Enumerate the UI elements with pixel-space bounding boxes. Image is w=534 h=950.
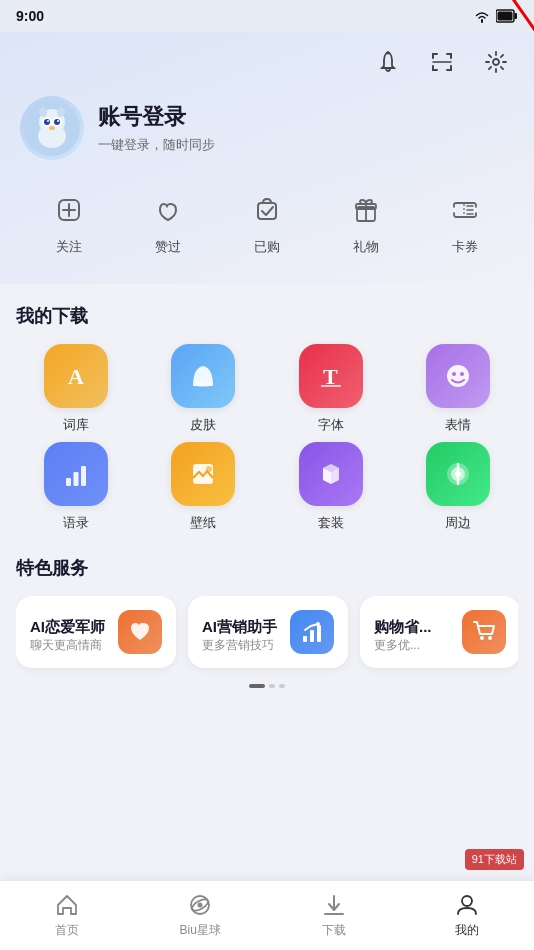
service-card-ai-marketing[interactable]: AI营销助手 更多营销技巧 (188, 596, 348, 668)
nav-biu-label: Biu星球 (180, 922, 221, 939)
ai-marketing-icon (290, 610, 334, 654)
nav-profile-label: 我的 (455, 922, 479, 939)
header-top (20, 44, 514, 80)
coupon-label: 卡券 (452, 238, 478, 256)
status-icons (474, 9, 518, 23)
service-card-shopping[interactable]: 购物省... 更多优... (360, 596, 518, 668)
downloads-title: 我的下载 (16, 304, 518, 328)
bizhi-icon (171, 442, 235, 506)
account-sub: 一键登录，随时同步 (98, 136, 215, 154)
grid-item-ziti[interactable]: T 字体 (271, 344, 391, 434)
svg-point-28 (451, 208, 456, 213)
profile-info: 账号登录 一键登录，随时同步 (98, 102, 215, 154)
header: 账号登录 一键登录，随时同步 关注 赞过 (0, 32, 534, 284)
ai-love-inner: AI恋爱军师 聊天更高情商 (30, 610, 162, 654)
ciku-label: 词库 (63, 416, 89, 434)
svg-point-39 (452, 372, 456, 376)
svg-point-5 (493, 59, 499, 65)
svg-rect-42 (73, 472, 78, 486)
ziti-label: 字体 (318, 416, 344, 434)
grid-item-zhoubian[interactable]: 周边 (399, 442, 519, 532)
avatar[interactable] (20, 96, 84, 160)
dot-3 (279, 684, 285, 688)
grid-item-bizhi[interactable]: 壁纸 (144, 442, 264, 532)
svg-point-19 (49, 126, 55, 130)
scan-button[interactable] (424, 44, 460, 80)
svg-point-38 (447, 365, 469, 387)
shopping-icon (462, 610, 506, 654)
zhoubian-icon (426, 442, 490, 506)
nav-home-label: 首页 (55, 922, 79, 939)
pifu-label: 皮肤 (190, 416, 216, 434)
main-content: 我的下载 A 词库 皮肤 T (0, 284, 534, 728)
svg-point-15 (44, 119, 50, 125)
biaoqing-label: 表情 (445, 416, 471, 434)
svg-rect-43 (81, 466, 86, 486)
status-bar: 9:00 (0, 0, 534, 32)
liked-icon (146, 188, 190, 232)
grid-item-ciku[interactable]: A 词库 (16, 344, 136, 434)
download-icon (321, 892, 347, 918)
service-card-ai-love[interactable]: AI恋爱军师 聊天更高情商 (16, 596, 176, 668)
svg-point-58 (198, 903, 203, 908)
special-services-title: 特色服务 (16, 556, 518, 580)
svg-rect-37 (321, 385, 341, 387)
svg-rect-50 (303, 636, 307, 642)
bell-icon (376, 50, 400, 74)
nav-biu[interactable]: Biu星球 (165, 892, 235, 939)
profile-icon (454, 892, 480, 918)
ai-love-title: AI恋爱军师 (30, 618, 105, 637)
biu-icon (187, 892, 213, 918)
nav-home[interactable]: 首页 (32, 892, 102, 939)
ai-love-sub: 聊天更高情商 (30, 637, 105, 654)
quick-action-gift[interactable]: 礼物 (336, 188, 396, 256)
grid-item-biaoqing[interactable]: 表情 (399, 344, 519, 434)
avatar-image (24, 100, 80, 156)
bell-button[interactable] (370, 44, 406, 80)
watermark: 91下载站 (465, 849, 524, 870)
ai-marketing-inner: AI营销助手 更多营销技巧 (202, 610, 334, 654)
svg-point-53 (316, 622, 320, 626)
quick-action-purchased[interactable]: 已购 (237, 188, 297, 256)
shopping-sub: 更多优... (374, 637, 432, 654)
grid-item-pifu[interactable]: 皮肤 (144, 344, 264, 434)
profile-row: 账号登录 一键登录，随时同步 (20, 96, 514, 160)
follow-label: 关注 (56, 238, 82, 256)
svg-rect-52 (317, 625, 321, 642)
grid-item-taozhuang[interactable]: 套装 (271, 442, 391, 532)
quick-action-follow[interactable]: 关注 (39, 188, 99, 256)
purchased-label: 已购 (254, 238, 280, 256)
shopping-inner: 购物省... 更多优... (374, 610, 506, 654)
taozhuang-label: 套装 (318, 514, 344, 532)
quick-action-liked[interactable]: 赞过 (138, 188, 198, 256)
svg-point-40 (460, 372, 464, 376)
svg-rect-41 (66, 478, 71, 486)
follow-icon (47, 188, 91, 232)
bottom-nav: 首页 Biu星球 下载 我的 (0, 880, 534, 950)
nav-download[interactable]: 下载 (299, 892, 369, 939)
nav-profile[interactable]: 我的 (432, 892, 502, 939)
settings-button[interactable] (478, 44, 514, 80)
special-services: 特色服务 AI恋爱军师 聊天更高情商 (16, 556, 518, 688)
svg-text:A: A (68, 364, 84, 389)
yulu-label: 语录 (63, 514, 89, 532)
svg-rect-1 (515, 13, 518, 19)
biaoqing-icon (426, 344, 490, 408)
svg-rect-51 (310, 630, 314, 642)
ciku-icon: A (44, 344, 108, 408)
shopping-text: 购物省... 更多优... (374, 618, 432, 654)
account-name[interactable]: 账号登录 (98, 102, 215, 132)
svg-rect-2 (498, 12, 513, 21)
download-grid: A 词库 皮肤 T 字体 (16, 344, 518, 532)
dot-1 (249, 684, 265, 688)
grid-item-yulu[interactable]: 语录 (16, 442, 136, 532)
quick-action-coupon[interactable]: 卡券 (435, 188, 495, 256)
home-icon (54, 892, 80, 918)
svg-rect-23 (258, 203, 276, 219)
svg-point-18 (57, 120, 59, 122)
svg-point-54 (480, 636, 484, 640)
scroll-dots (16, 684, 518, 688)
svg-point-45 (206, 466, 212, 472)
service-cards-container: AI恋爱军师 聊天更高情商 AI营销助手 更多营销技巧 (16, 596, 518, 676)
ai-love-icon (118, 610, 162, 654)
